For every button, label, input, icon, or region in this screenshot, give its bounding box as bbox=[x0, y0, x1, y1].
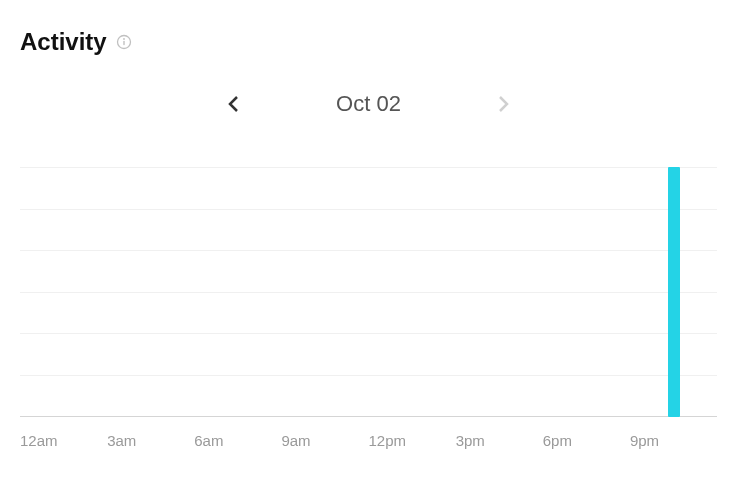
x-axis-label: 9pm bbox=[630, 432, 717, 449]
bar-slot bbox=[310, 167, 339, 417]
bar-slot bbox=[601, 167, 630, 417]
svg-point-1 bbox=[123, 38, 125, 40]
x-axis-label: 6pm bbox=[543, 432, 630, 449]
chart-bars bbox=[20, 167, 717, 417]
svg-rect-2 bbox=[123, 41, 124, 46]
bar-slot bbox=[340, 167, 369, 417]
date-navigator: Oct 02 bbox=[20, 91, 717, 117]
activity-header: Activity bbox=[20, 28, 717, 56]
bar-slot bbox=[252, 167, 281, 417]
bar-slot bbox=[49, 167, 78, 417]
bar-slot bbox=[281, 167, 310, 417]
bar-slot bbox=[223, 167, 252, 417]
bar-slot bbox=[485, 167, 514, 417]
x-axis-label: 6am bbox=[194, 432, 281, 449]
x-axis-label: 3pm bbox=[456, 432, 543, 449]
bar-slot bbox=[630, 167, 659, 417]
activity-bar bbox=[668, 167, 680, 417]
bar-slot bbox=[456, 167, 485, 417]
bar-slot bbox=[78, 167, 107, 417]
page-title: Activity bbox=[20, 28, 107, 56]
activity-chart bbox=[20, 167, 717, 417]
bar-slot bbox=[427, 167, 456, 417]
bar-slot bbox=[572, 167, 601, 417]
bar-slot bbox=[369, 167, 398, 417]
bar-slot bbox=[543, 167, 572, 417]
bar-slot bbox=[688, 167, 717, 417]
bar-slot bbox=[107, 167, 136, 417]
bar-slot bbox=[398, 167, 427, 417]
next-day-button bbox=[491, 92, 515, 116]
bar-slot bbox=[136, 167, 165, 417]
bar-slot bbox=[20, 167, 49, 417]
x-axis-label: 12am bbox=[20, 432, 107, 449]
info-icon[interactable] bbox=[115, 33, 133, 51]
bar-slot bbox=[165, 167, 194, 417]
x-axis-label: 3am bbox=[107, 432, 194, 449]
date-label: Oct 02 bbox=[336, 91, 401, 117]
x-axis-label: 9am bbox=[281, 432, 368, 449]
bar-slot bbox=[514, 167, 543, 417]
bar-slot bbox=[194, 167, 223, 417]
x-axis-label: 12pm bbox=[369, 432, 456, 449]
x-axis: 12am3am6am9am12pm3pm6pm9pm bbox=[20, 432, 717, 449]
bar-slot bbox=[659, 167, 688, 417]
previous-day-button[interactable] bbox=[222, 92, 246, 116]
